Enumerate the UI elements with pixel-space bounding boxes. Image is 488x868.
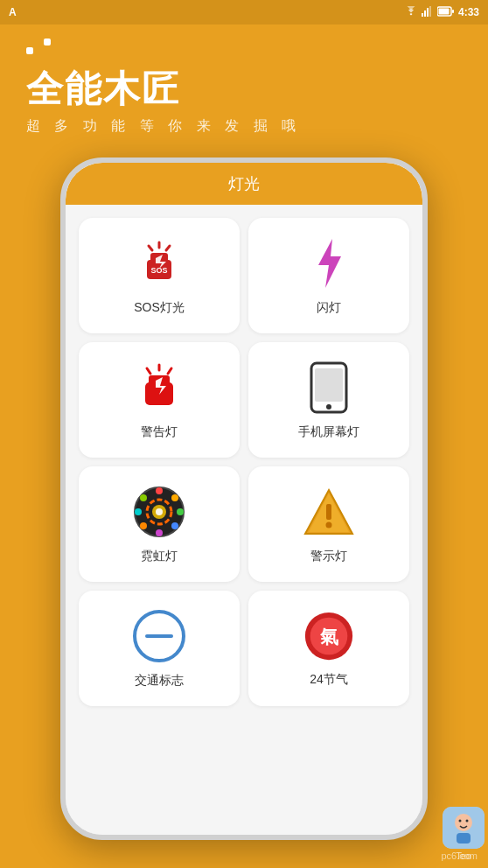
sos-label: SOS灯光 (134, 300, 185, 316)
header: 全能木匠 超 多 功 能 等 你 来 发 掘 哦 (0, 24, 488, 144)
caution-label: 警示灯 (310, 549, 347, 564)
svg-point-28 (171, 522, 178, 529)
svg-point-29 (156, 529, 163, 536)
wifi-icon (404, 6, 418, 19)
solar-label: 24节气 (310, 672, 348, 688)
phone-frame: 灯光 SOS (60, 158, 428, 840)
warning-icon (131, 360, 187, 416)
grid-item-sos[interactable]: SOS SOS灯光 (79, 218, 240, 333)
signal-icon (422, 6, 434, 19)
grid-item-solar[interactable]: 氣 24节气 (248, 591, 409, 706)
app-subtitle: 超 多 功 能 等 你 来 发 掘 哦 (26, 117, 462, 136)
neon-icon (131, 484, 187, 540)
svg-point-35 (156, 508, 163, 515)
svg-rect-5 (438, 8, 449, 14)
warning-label: 警告灯 (141, 424, 178, 440)
grid-item-caution[interactable]: 警示灯 (248, 466, 409, 582)
status-bar: A 4:33 (0, 0, 488, 24)
traffic-icon (131, 608, 187, 664)
neon-label: 霓虹灯 (141, 549, 178, 564)
svg-text:SOS: SOS (150, 266, 167, 275)
solar-icon: 氣 (302, 609, 356, 663)
svg-point-25 (156, 487, 163, 494)
svg-point-26 (171, 494, 178, 501)
logo-dots (26, 42, 462, 58)
battery-icon (437, 6, 455, 19)
phone-screen-icon (301, 360, 357, 416)
svg-rect-49 (457, 833, 471, 844)
sos-icon: SOS (131, 235, 187, 291)
grid-item-flash[interactable]: 闪灯 (248, 218, 409, 333)
svg-point-39 (326, 522, 332, 528)
svg-rect-6 (452, 10, 454, 13)
svg-line-18 (168, 368, 171, 374)
logo-dot-2 (44, 38, 51, 46)
app-label: A (9, 6, 17, 18)
teo-label: Teo (456, 850, 471, 861)
svg-rect-38 (326, 504, 331, 520)
app-title: 全能木匠 (26, 65, 462, 114)
svg-point-23 (326, 404, 331, 410)
phone-topbar: 灯光 (66, 163, 422, 205)
svg-rect-41 (145, 634, 173, 638)
flash-label: 闪灯 (317, 300, 341, 316)
svg-point-32 (140, 494, 147, 501)
svg-point-46 (455, 814, 472, 831)
phone-content: SOS SOS灯光 闪灯 (66, 205, 422, 835)
svg-marker-14 (318, 239, 341, 288)
svg-text:氣: 氣 (319, 626, 338, 648)
svg-point-47 (459, 820, 462, 822)
svg-rect-3 (429, 6, 431, 17)
svg-rect-0 (422, 13, 423, 17)
logo-dot-1 (26, 47, 33, 54)
teo-avatar (443, 807, 485, 849)
time-display: 4:33 (458, 6, 479, 18)
grid-item-neon[interactable]: 霓虹灯 (79, 466, 240, 582)
phonescreen-label: 手机屏幕灯 (298, 424, 359, 440)
svg-line-19 (147, 368, 150, 374)
phone-topbar-title: 灯光 (228, 173, 260, 194)
feature-grid: SOS SOS灯光 闪灯 (74, 214, 414, 710)
svg-line-11 (149, 246, 152, 250)
svg-point-31 (135, 508, 142, 515)
flash-icon (301, 235, 357, 291)
svg-rect-1 (424, 10, 426, 17)
svg-rect-22 (315, 368, 343, 402)
svg-point-48 (466, 820, 469, 822)
svg-point-30 (140, 522, 147, 529)
grid-item-warning[interactable]: 警告灯 (79, 342, 240, 458)
svg-rect-2 (427, 8, 429, 17)
traffic-label: 交通标志 (135, 673, 184, 689)
grid-item-phonescreen[interactable]: 手机屏幕灯 (248, 342, 409, 458)
grid-item-traffic[interactable]: 交通标志 (79, 591, 240, 706)
status-right: 4:33 (404, 6, 479, 19)
svg-line-10 (166, 246, 170, 250)
svg-point-27 (177, 508, 184, 515)
caution-icon (301, 484, 357, 540)
